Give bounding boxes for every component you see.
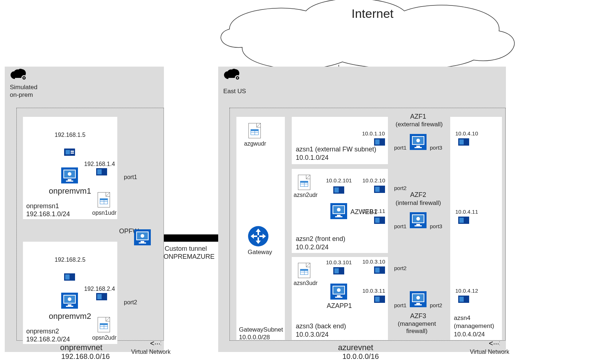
- opfw-icon: [134, 229, 151, 245]
- azf2-port3: port3: [430, 223, 442, 229]
- cloud-icon: [10, 69, 30, 82]
- azsn2-cidr: 10.0.2.0/24: [296, 244, 329, 251]
- azsn1-desc: azsn1 (external FW subnet): [296, 146, 376, 153]
- udr-table-icon: [98, 192, 110, 207]
- onprem-vm1-name: onpremvm1: [49, 186, 91, 196]
- svg-rect-51: [375, 139, 380, 145]
- azsn4-cidr: 10.0.4.0/24: [454, 331, 485, 338]
- nic-icon: [96, 168, 107, 175]
- svg-rect-75: [375, 297, 380, 302]
- svg-rect-70: [337, 295, 341, 297]
- svg-point-91: [416, 217, 420, 221]
- nic-icon: [374, 266, 385, 274]
- svg-rect-63: [375, 218, 380, 223]
- nic-icon: [374, 138, 385, 146]
- azf2-icon: [410, 212, 427, 228]
- azure-vnet-name: azurevnet: [338, 343, 373, 352]
- svg-rect-61: [375, 187, 380, 192]
- azure-vnet-tag: Virtual Network: [470, 349, 509, 355]
- svg-rect-59: [335, 216, 342, 217]
- azsn3-cidr: 10.0.3.0/24: [296, 331, 329, 339]
- nic-icon: [333, 186, 344, 194]
- azsn3-desc: azsn3 (back end): [296, 323, 346, 330]
- svg-point-85: [416, 139, 420, 142]
- onprem-vnet-cidr: 192.168.0.0/16: [61, 352, 110, 361]
- azf2-port1: port1: [394, 223, 406, 229]
- svg-rect-31: [65, 274, 70, 280]
- azf1-icon: [410, 134, 427, 150]
- svg-text:<···>: <···>: [489, 340, 500, 347]
- azf3-icon: [410, 291, 427, 307]
- svg-rect-73: [375, 268, 380, 273]
- svg-text:<···>: <···>: [150, 340, 161, 347]
- azsn4-azf1-ip: 10.0.4.10: [455, 130, 478, 136]
- nic-icon: [458, 217, 469, 224]
- azsn3-nic-ip: 10.0.3.101: [326, 259, 352, 265]
- svg-rect-87: [415, 147, 422, 148]
- onprem-vm2-icon: [61, 293, 78, 309]
- azf2-port2: port2: [394, 265, 406, 271]
- azf1-port3: port3: [430, 145, 442, 151]
- svg-rect-93: [415, 225, 422, 226]
- svg-rect-77: [459, 139, 464, 145]
- nic-icon: [374, 186, 385, 193]
- nic-icon: [374, 296, 385, 303]
- nic-icon: [333, 267, 344, 274]
- nic-icon: [96, 293, 107, 300]
- svg-rect-29: [97, 169, 102, 174]
- onprem-sn2-name: onpremsn2: [26, 328, 59, 335]
- azsn4-desc: (management): [454, 323, 494, 330]
- svg-rect-53: [334, 187, 339, 193]
- svg-rect-79: [459, 218, 464, 223]
- nic-icon: [64, 273, 75, 281]
- onprem-sn2-cidr: 192.168.2.0/24: [26, 336, 70, 343]
- azure-region-label: East US: [223, 88, 246, 95]
- azf1-port2-ip: 10.0.2.10: [362, 177, 385, 183]
- svg-point-47: [237, 77, 238, 79]
- opfw-port1: port1: [124, 174, 137, 181]
- svg-rect-26: [68, 179, 71, 181]
- nic-icon: [374, 217, 385, 224]
- azgwudr-label: azgwudr: [244, 141, 266, 147]
- azf2-port1-ip: 10.0.2.11: [362, 208, 385, 214]
- azsn4-subnet: [450, 116, 502, 340]
- svg-rect-86: [416, 146, 420, 147]
- internet-label: Internet: [351, 7, 393, 21]
- svg-point-35: [68, 297, 71, 301]
- azf3-desc: (managementfirewall): [398, 320, 436, 335]
- svg-point-25: [68, 172, 71, 176]
- svg-rect-19: [66, 150, 70, 154]
- onprem-region-label: Simulatedon-prem: [10, 83, 38, 99]
- onprem-sn1-cidr: 192.168.1.0/24: [26, 210, 70, 218]
- onprem-vm1-icon: [61, 167, 78, 183]
- svg-rect-39: [97, 294, 102, 299]
- azf3-name: AZF3: [410, 312, 426, 320]
- onprem-vnet-tag: Virtual Network: [131, 349, 170, 355]
- azf1-name: AZF1: [410, 113, 426, 120]
- svg-point-57: [337, 208, 341, 211]
- nic-icon: [64, 149, 75, 156]
- gateway-subnet-cidr: 10.0.0.0/28: [239, 334, 270, 341]
- gateway-label: Gateway: [248, 249, 272, 256]
- onprem-vm2-nic-ip: 192.168.2.5: [55, 257, 86, 263]
- azsn2-desc: azsn2 (front end): [296, 235, 345, 243]
- svg-rect-92: [416, 224, 420, 225]
- svg-rect-81: [459, 297, 464, 302]
- svg-rect-71: [335, 297, 342, 298]
- svg-rect-36: [68, 304, 71, 306]
- udr-table-icon: [298, 175, 310, 190]
- svg-point-43: [141, 234, 144, 238]
- azf2-name: AZF2: [410, 191, 426, 199]
- azapp1-icon: [330, 284, 347, 300]
- azf2-desc: (internal firewall): [396, 199, 441, 207]
- svg-rect-98: [416, 303, 420, 304]
- onprem-sn2-udr: opsn2udr: [92, 335, 117, 341]
- azsn1-port1-ip: 10.0.1.10: [362, 130, 385, 136]
- svg-rect-37: [66, 306, 73, 307]
- svg-point-69: [337, 288, 341, 292]
- svg-rect-44: [141, 241, 144, 242]
- vnet-icon: <···>: [150, 340, 161, 348]
- azsn2-udr: azsn2udr: [294, 192, 318, 198]
- gateway-icon: [248, 226, 269, 247]
- svg-rect-99: [415, 304, 422, 305]
